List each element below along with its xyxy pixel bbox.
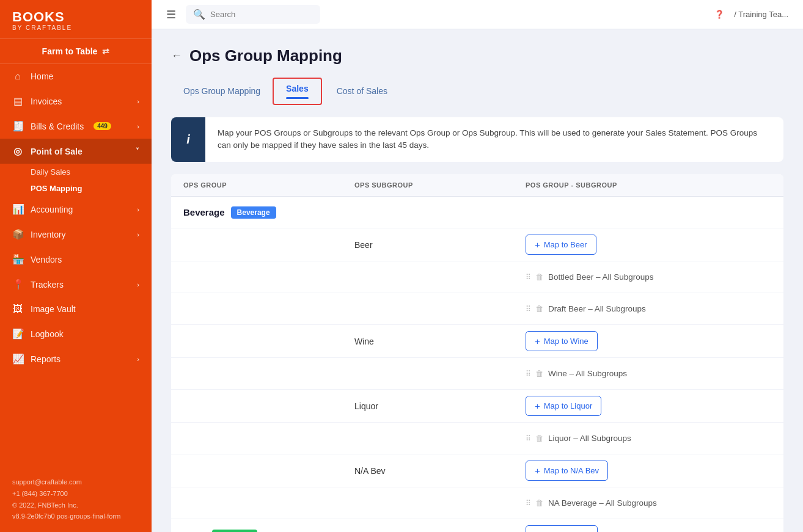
page-header: ← Ops Group Mapping — [171, 46, 783, 65]
drag-handle-icon[interactable]: ⠿ — [526, 305, 530, 313]
brand-sub: BY CRAFTABLE — [12, 24, 139, 31]
invoices-icon: ▤ — [12, 95, 23, 107]
trash-icon[interactable]: 🗑 — [535, 369, 543, 378]
sidebar-item-pos[interactable]: ◎ Point of Sale ˅ — [0, 139, 152, 164]
mapped-item-draft-beer: ⠿ 🗑 Draft Beer – All Subgroups — [171, 293, 783, 325]
mapping-table: OPS GROUP OPS SUBGROUP POS GROUP - SUBGR… — [171, 174, 783, 532]
sidebar-footer: support@craftable.com +1 (844) 367-7700 … — [0, 467, 152, 532]
swap-icon: ⇄ — [102, 46, 109, 56]
page-content: ← Ops Group Mapping Ops Group Mapping Sa… — [152, 29, 803, 532]
sidebar-item-home[interactable]: ⌂ Home — [0, 64, 152, 89]
nav-label-bills: Bills & Credits — [31, 122, 84, 131]
sidebar-item-image-vault[interactable]: 🖼 Image Vault — [0, 297, 152, 321]
sidebar-item-trackers[interactable]: 📍 Trackers › — [0, 272, 152, 297]
bills-icon: 🧾 — [12, 120, 23, 132]
tab-sales-label: Sales — [286, 84, 309, 93]
nav-label-trackers: Trackers — [31, 280, 64, 290]
subgroup-liquor: Liquor — [342, 395, 513, 417]
subnav-label-pos-mapping: POS Mapping — [31, 184, 82, 193]
trash-icon[interactable]: 🗑 — [535, 498, 543, 508]
mapped-label: Wine – All Subgroups — [548, 369, 627, 378]
accounting-icon: 📊 — [12, 203, 23, 215]
sidebar-item-vendors[interactable]: 🏪 Vendors — [0, 247, 152, 272]
sidebar-item-invoices[interactable]: ▤ Invoices › — [0, 89, 152, 114]
footer-copyright: © 2022, FNBTech Inc. — [12, 500, 139, 511]
tab-cost-of-sales[interactable]: Cost of Sales — [324, 78, 400, 105]
drag-handle-icon[interactable]: ⠿ — [526, 273, 530, 282]
search-icon: 🔍 — [193, 9, 205, 20]
header-ops-subgroup: OPS SUBGROUP — [354, 181, 526, 189]
chevron-icon: › — [137, 206, 139, 213]
topbar: ☰ 🔍 ❓ / Training Tea... — [152, 0, 803, 29]
map-to-na-bev-button[interactable]: + Map to N/A Bev — [526, 461, 608, 481]
sidebar-item-inventory[interactable]: 📦 Inventory › — [0, 222, 152, 247]
info-icon: i — [186, 133, 190, 147]
nav-label-logbook: Logbook — [31, 329, 64, 339]
tabs: Ops Group Mapping Sales Cost of Sales — [171, 78, 783, 105]
nav-label-image-vault: Image Vault — [31, 304, 76, 314]
group-tag-beverage: Beverage — [231, 206, 276, 219]
footer-email: support@craftable.com — [12, 476, 139, 488]
user-label: / Training Tea... — [734, 10, 788, 19]
chevron-icon: › — [137, 355, 139, 363]
tab-sales[interactable]: Sales — [273, 78, 322, 105]
page-title: Ops Group Mapping — [189, 46, 342, 65]
org-name: Farm to Table — [42, 46, 98, 56]
trash-icon[interactable]: 🗑 — [535, 304, 543, 313]
drag-handle-icon[interactable]: ⠿ — [526, 499, 530, 508]
help-icon[interactable]: ❓ — [714, 10, 724, 19]
group-tag-food: Foodager — [212, 530, 258, 532]
info-icon-block: i — [171, 117, 205, 162]
search-box[interactable]: 🔍 — [186, 5, 320, 24]
table-header: OPS GROUP OPS SUBGROUP POS GROUP - SUBGR… — [171, 174, 783, 197]
drag-handle-icon[interactable]: ⠿ — [526, 370, 530, 378]
subnav-pos-mapping[interactable]: POS Mapping — [0, 180, 152, 197]
image-vault-icon: 🖼 — [12, 304, 23, 315]
tab-ops-group-mapping[interactable]: Ops Group Mapping — [171, 78, 273, 105]
plus-icon: + — [535, 239, 540, 250]
tab-underline — [286, 97, 309, 99]
mapped-label: Bottled Beer – All Subgroups — [548, 272, 654, 282]
nav-label-invoices: Invoices — [31, 97, 62, 106]
map-to-beer-button[interactable]: + Map to Beer — [526, 235, 596, 255]
back-button[interactable]: ← — [171, 49, 182, 62]
info-text: Map your POS Groups or Subgroups to the … — [205, 117, 783, 162]
logbook-icon: 📝 — [12, 328, 23, 340]
org-selector[interactable]: Farm to Table ⇄ — [0, 39, 152, 64]
mapped-label: NA Beverage – All Subgroups — [548, 498, 657, 508]
menu-icon[interactable]: ☰ — [166, 8, 176, 21]
sidebar-item-logbook[interactable]: 📝 Logbook — [0, 321, 152, 346]
trash-icon[interactable]: 🗑 — [535, 434, 543, 443]
subgroup-row-wine: Wine + Map to Wine — [171, 325, 783, 358]
search-input[interactable] — [210, 10, 308, 19]
pos-icon: ◎ — [12, 145, 23, 157]
header-ops-group: OPS GROUP — [183, 181, 354, 189]
subgroup-row-liquor: Liquor + Map to Liquor — [171, 390, 783, 423]
sidebar-logo: BOOKS BY CRAFTABLE — [0, 0, 152, 39]
mapped-item-liquor-all: ⠿ 🗑 Liquor – All Subgroups — [171, 423, 783, 454]
map-to-na-bev-label: Map to N/A Bev — [544, 466, 599, 475]
plus-icon: + — [535, 401, 540, 411]
plus-icon: + — [535, 465, 540, 476]
map-to-liquor-label: Map to Liquor — [544, 401, 593, 410]
group-name-food: Food Foodager — [171, 523, 342, 532]
drag-handle-icon[interactable]: ⠿ — [526, 434, 530, 443]
map-to-liquor-button[interactable]: + Map to Liquor — [526, 396, 601, 416]
sidebar-item-reports[interactable]: 📈 Reports › — [0, 346, 152, 371]
inventory-icon: 📦 — [12, 228, 23, 240]
subnav-daily-sales[interactable]: Daily Sales — [0, 164, 152, 180]
trash-icon[interactable]: 🗑 — [535, 272, 543, 282]
subgroup-beer: Beer — [342, 234, 513, 256]
brand-name: BOOKS — [12, 10, 139, 24]
nav-label-pos: Point of Sale — [31, 147, 82, 156]
sidebar-item-accounting[interactable]: 📊 Accounting › — [0, 197, 152, 222]
chevron-expand-icon: ˅ — [136, 147, 139, 155]
map-to-food-button[interactable]: + Map to Food — [526, 525, 598, 532]
mapped-label: Liquor – All Subgroups — [548, 434, 631, 443]
nav-label-home: Home — [31, 71, 53, 81]
header-pos-group: POS GROUP - SUBGROUP — [526, 181, 771, 189]
group-label: Beverage — [183, 207, 225, 217]
map-to-wine-label: Map to Wine — [544, 337, 588, 346]
map-to-wine-button[interactable]: + Map to Wine — [526, 331, 598, 351]
sidebar-item-bills-credits[interactable]: 🧾 Bills & Credits 449 › — [0, 114, 152, 139]
